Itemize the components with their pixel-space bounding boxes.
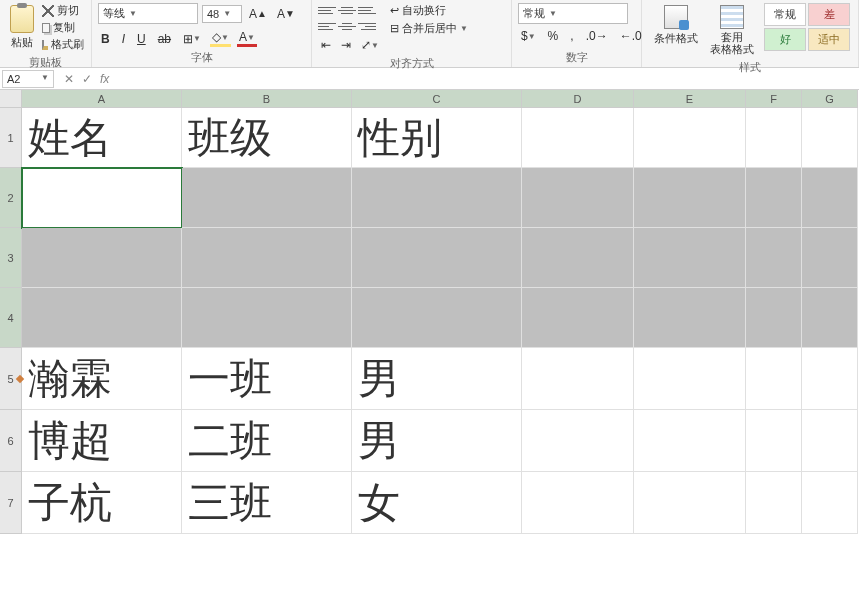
cell-style-normal[interactable]: 常规 — [764, 3, 806, 26]
cell-C1[interactable]: 性别 — [352, 108, 522, 168]
cell-F7[interactable] — [746, 472, 802, 534]
cell-G5[interactable] — [802, 348, 858, 410]
cell-G4[interactable] — [802, 288, 858, 348]
currency-button[interactable]: $▼ — [518, 28, 539, 44]
cell-G2[interactable] — [802, 168, 858, 228]
cell-style-neutral[interactable]: 适中 — [808, 28, 850, 51]
cell-E3[interactable] — [634, 228, 746, 288]
conditional-format-button[interactable]: 条件格式 — [648, 3, 704, 48]
cell-C4[interactable] — [352, 288, 522, 348]
align-left-button[interactable] — [318, 19, 336, 33]
decrease-decimal-button[interactable]: ←.0 — [617, 28, 645, 44]
insert-function-button[interactable]: fx — [100, 72, 109, 86]
cell-B2[interactable] — [182, 168, 352, 228]
col-header-A[interactable]: A — [22, 90, 182, 108]
align-top-button[interactable] — [318, 3, 336, 17]
cell-C2[interactable] — [352, 168, 522, 228]
cell-G6[interactable] — [802, 410, 858, 472]
cell-D5[interactable] — [522, 348, 634, 410]
name-box[interactable]: A2▼ — [2, 70, 54, 88]
cell-D4[interactable] — [522, 288, 634, 348]
underline-button[interactable]: U — [134, 31, 149, 47]
cell-style-bad[interactable]: 差 — [808, 3, 850, 26]
cell-C7[interactable]: 女 — [352, 472, 522, 534]
cell-D3[interactable] — [522, 228, 634, 288]
table-format-button[interactable]: 套用 表格格式 — [704, 3, 760, 57]
cell-style-good[interactable]: 好 — [764, 28, 806, 51]
cell-E6[interactable] — [634, 410, 746, 472]
row-header-7[interactable]: 7 — [0, 472, 22, 534]
cell-A2[interactable] — [22, 168, 182, 228]
decrease-font-button[interactable]: A▼ — [274, 6, 298, 22]
cell-C5[interactable]: 男 — [352, 348, 522, 410]
font-name-dropdown[interactable]: 等线▼ — [98, 3, 198, 24]
increase-indent-button[interactable]: ⇥ — [338, 37, 354, 53]
paste-button[interactable]: 粘贴 — [6, 3, 38, 52]
align-center-button[interactable] — [338, 19, 356, 33]
row-header-6[interactable]: 6 — [0, 410, 22, 472]
decrease-indent-button[interactable]: ⇤ — [318, 37, 334, 53]
font-color-button[interactable]: A▼ — [237, 30, 257, 47]
cell-F3[interactable] — [746, 228, 802, 288]
cell-D6[interactable] — [522, 410, 634, 472]
align-bottom-button[interactable] — [358, 3, 376, 17]
border-button[interactable]: ⊞▼ — [180, 31, 204, 47]
cell-A7[interactable]: 子杭 — [22, 472, 182, 534]
select-all-button[interactable] — [0, 90, 22, 108]
row-header-5[interactable]: 5 — [0, 348, 22, 410]
cell-E1[interactable] — [634, 108, 746, 168]
cell-A6[interactable]: 博超 — [22, 410, 182, 472]
cell-D7[interactable] — [522, 472, 634, 534]
percent-button[interactable]: % — [545, 28, 562, 44]
cell-E7[interactable] — [634, 472, 746, 534]
cell-E5[interactable] — [634, 348, 746, 410]
align-right-button[interactable] — [358, 19, 376, 33]
font-size-dropdown[interactable]: 48▼ — [202, 5, 242, 23]
italic-button[interactable]: I — [119, 31, 128, 47]
copy-button[interactable]: 复制 — [42, 20, 84, 35]
increase-decimal-button[interactable]: .0→ — [583, 28, 611, 44]
cell-A4[interactable] — [22, 288, 182, 348]
cell-G1[interactable] — [802, 108, 858, 168]
cell-C3[interactable] — [352, 228, 522, 288]
cell-B4[interactable] — [182, 288, 352, 348]
cell-F1[interactable] — [746, 108, 802, 168]
increase-font-button[interactable]: A▲ — [246, 6, 270, 22]
cell-B1[interactable]: 班级 — [182, 108, 352, 168]
cell-B6[interactable]: 二班 — [182, 410, 352, 472]
strikethrough-button[interactable]: ab — [155, 31, 174, 47]
formula-input[interactable] — [117, 77, 859, 81]
cell-E2[interactable] — [634, 168, 746, 228]
bold-button[interactable]: B — [98, 31, 113, 47]
row-header-1[interactable]: 1 — [0, 108, 22, 168]
number-format-dropdown[interactable]: 常规▼ — [518, 3, 628, 24]
cell-F2[interactable] — [746, 168, 802, 228]
col-header-F[interactable]: F — [746, 90, 802, 108]
align-middle-button[interactable] — [338, 3, 356, 17]
format-painter-button[interactable]: 格式刷 — [42, 37, 84, 52]
fill-color-button[interactable]: ◇▼ — [210, 30, 231, 47]
col-header-B[interactable]: B — [182, 90, 352, 108]
cell-E4[interactable] — [634, 288, 746, 348]
cell-F5[interactable] — [746, 348, 802, 410]
col-header-D[interactable]: D — [522, 90, 634, 108]
cell-D2[interactable] — [522, 168, 634, 228]
cell-A5[interactable]: 瀚霖 — [22, 348, 182, 410]
cancel-formula-button[interactable]: ✕ — [64, 72, 74, 86]
cell-G7[interactable] — [802, 472, 858, 534]
cell-A3[interactable] — [22, 228, 182, 288]
orientation-button[interactable]: ⤢▼ — [358, 37, 382, 53]
cell-C6[interactable]: 男 — [352, 410, 522, 472]
row-header-3[interactable]: 3 — [0, 228, 22, 288]
cell-B7[interactable]: 三班 — [182, 472, 352, 534]
col-header-C[interactable]: C — [352, 90, 522, 108]
col-header-G[interactable]: G — [802, 90, 858, 108]
cell-B3[interactable] — [182, 228, 352, 288]
confirm-formula-button[interactable]: ✓ — [82, 72, 92, 86]
row-header-4[interactable]: 4 — [0, 288, 22, 348]
cell-D1[interactable] — [522, 108, 634, 168]
cell-F6[interactable] — [746, 410, 802, 472]
row-header-2[interactable]: 2 — [0, 168, 22, 228]
comma-button[interactable]: , — [567, 28, 576, 44]
cell-A1[interactable]: 姓名 — [22, 108, 182, 168]
